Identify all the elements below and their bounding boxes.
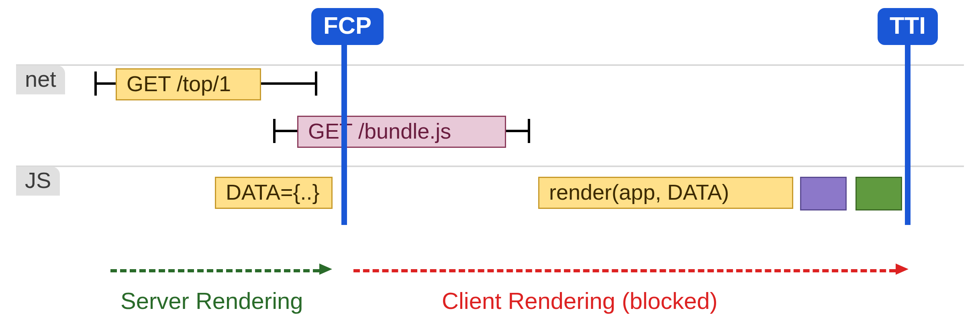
server-phase-label: Server Rendering xyxy=(120,289,303,313)
req-bundle-bar: GET /bundle.js xyxy=(297,116,506,148)
task-green-block xyxy=(855,177,902,210)
net-track-label: net xyxy=(16,65,65,94)
task-render-bar: render(app, DATA) xyxy=(538,177,793,209)
rendering-timeline-diagram: net JS GET /top/1 GET /bundle.js DATA={.… xyxy=(0,0,980,331)
tti-marker-line xyxy=(905,44,911,225)
fcp-label: FCP xyxy=(323,12,372,39)
client-phase-arrowhead xyxy=(896,264,909,275)
net-track-line xyxy=(16,64,964,66)
req-top-bar: GET /top/1 xyxy=(116,68,261,100)
js-track-label: JS xyxy=(16,167,60,196)
req-bundle-start-line xyxy=(273,130,297,132)
client-phase-label: Client Rendering (blocked) xyxy=(442,289,718,313)
req-bundle-end-line xyxy=(506,130,530,132)
server-phase-arrow xyxy=(110,269,319,272)
tti-label: TTI xyxy=(890,12,926,39)
req-top-end-line xyxy=(261,82,317,85)
fcp-marker-line xyxy=(341,44,347,225)
tti-marker-pill: TTI xyxy=(878,8,938,45)
task-purple-block xyxy=(800,177,847,210)
fcp-marker-pill: FCP xyxy=(311,8,384,45)
server-phase-arrowhead xyxy=(319,264,332,275)
req-bundle-end-cap xyxy=(528,119,530,143)
task-data-bar: DATA={..} xyxy=(215,177,333,209)
js-track-line xyxy=(16,166,964,167)
req-top-start-line xyxy=(94,82,116,85)
client-phase-arrow xyxy=(353,269,896,272)
req-top-end-cap xyxy=(315,72,317,96)
